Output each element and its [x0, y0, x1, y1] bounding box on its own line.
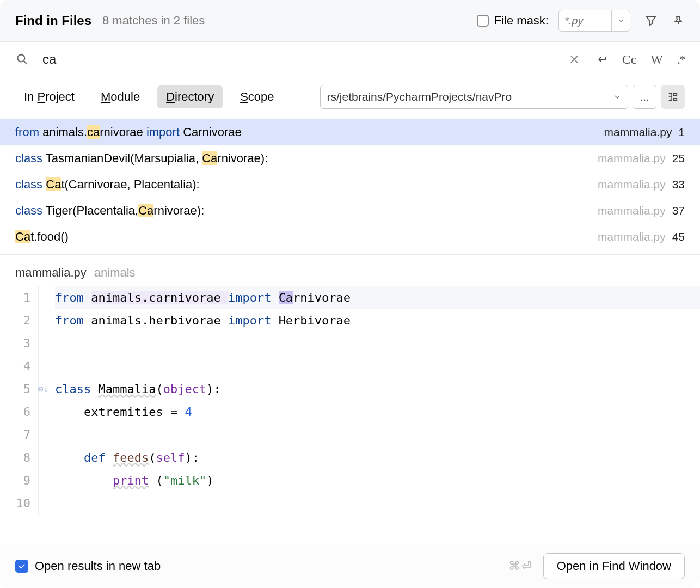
- result-code: from animals.carnivorae import Carnivora…: [15, 125, 604, 139]
- results-list: from animals.carnivorae import Carnivora…: [0, 119, 700, 250]
- file-mask-dropdown[interactable]: [611, 10, 630, 31]
- scope-tab-scope[interactable]: Scope: [231, 85, 283, 108]
- code-line: from animals.herbivorae import Herbivora…: [55, 309, 700, 332]
- dialog-title: Find in Files: [15, 13, 91, 28]
- result-line-number: 25: [669, 152, 685, 164]
- code-line: from animals.carnivorae import Carnivora…: [55, 286, 700, 309]
- line-number: 2: [0, 309, 30, 332]
- code-line: class Mammalia(object):: [55, 378, 700, 401]
- line-number: 9: [0, 469, 30, 492]
- browse-directory-button[interactable]: ...: [633, 85, 656, 109]
- pin-icon[interactable]: [672, 14, 685, 27]
- match-case-toggle[interactable]: Cc: [622, 52, 637, 67]
- scope-tab-directory[interactable]: Directory: [157, 85, 223, 108]
- result-file: mammalia.py: [598, 178, 666, 191]
- override-icon[interactable]: ⎋↓: [38, 378, 48, 401]
- result-code: class Tiger(Placentalia,Carnivorae):: [15, 204, 598, 218]
- code-line: [55, 332, 700, 355]
- keyboard-hint: ⌘⏎: [508, 559, 532, 573]
- result-row[interactable]: class Tiger(Placentalia,Carnivorae):mamm…: [0, 198, 700, 224]
- tree-view-toggle-icon[interactable]: [661, 85, 685, 109]
- result-code: Cat.food(): [15, 230, 598, 244]
- result-file: mammalia.py: [598, 230, 666, 243]
- search-input[interactable]: [42, 52, 568, 67]
- code-line: print ("milk"): [55, 469, 700, 492]
- result-file: mammalia.py: [598, 204, 666, 217]
- result-row[interactable]: Cat.food()mammalia.py 45: [0, 224, 700, 250]
- line-number: 4: [0, 355, 30, 378]
- preview-header: mammalia.py animals: [0, 254, 700, 286]
- line-number: 5⎋↓: [0, 378, 30, 401]
- clear-search-icon[interactable]: [568, 53, 581, 66]
- file-mask-label: File mask:: [494, 14, 549, 28]
- code-line: [55, 492, 700, 515]
- search-icon[interactable]: [15, 52, 29, 66]
- code-line: def feeds(self):: [55, 446, 700, 469]
- directory-path-dropdown[interactable]: [606, 85, 628, 108]
- find-in-files-dialog: Find in Files 8 matches in 2 files File …: [0, 0, 700, 588]
- open-new-tab-group: Open results in new tab: [15, 559, 161, 573]
- file-mask-input[interactable]: [559, 15, 611, 27]
- line-number: 10: [0, 492, 30, 515]
- gutter: 12345⎋↓678910: [0, 286, 38, 515]
- preview-file-name: mammalia.py: [15, 266, 87, 280]
- directory-path-field: [320, 85, 628, 109]
- file-mask-group: File mask:: [477, 10, 630, 32]
- newline-icon[interactable]: [595, 53, 608, 66]
- result-row[interactable]: class Cat(Carnivorae, Placentalia):mamma…: [0, 171, 700, 198]
- open-new-tab-checkbox[interactable]: [15, 560, 28, 573]
- footer: Open results in new tab ⌘⏎ Open in Find …: [0, 544, 700, 588]
- line-number: 3: [0, 332, 30, 355]
- regex-toggle[interactable]: .*: [677, 52, 685, 67]
- scope-tab-project[interactable]: In Project: [15, 85, 83, 108]
- open-new-tab-label: Open results in new tab: [35, 559, 161, 573]
- header: Find in Files 8 matches in 2 files File …: [0, 0, 700, 42]
- open-in-find-window-button[interactable]: Open in Find Window: [543, 553, 685, 579]
- line-number: 1: [0, 286, 30, 309]
- scope-tab-module[interactable]: Module: [92, 85, 149, 108]
- result-row[interactable]: class TasmanianDevil(Marsupialia, Carniv…: [0, 145, 700, 171]
- result-line-number: 45: [669, 230, 685, 243]
- result-line-number: 1: [675, 126, 685, 138]
- code-line: [55, 424, 700, 446]
- whole-word-toggle[interactable]: W: [650, 52, 663, 67]
- preview-package: animals: [94, 266, 136, 280]
- result-code: class Cat(Carnivorae, Placentalia):: [15, 177, 598, 192]
- filter-icon[interactable]: [644, 14, 658, 27]
- match-count: 8 matches in 2 files: [102, 14, 205, 28]
- svg-point-0: [17, 54, 24, 62]
- scope-row: In Project Module Directory Scope ...: [0, 77, 700, 119]
- result-code: class TasmanianDevil(Marsupialia, Carniv…: [15, 151, 598, 166]
- result-line-number: 37: [669, 204, 685, 217]
- scope-tabs: In Project Module Directory Scope: [15, 85, 283, 108]
- line-number: 6: [0, 401, 30, 424]
- line-number: 7: [0, 424, 30, 446]
- search-row: Cc W .*: [0, 42, 700, 77]
- file-mask-input-wrap: [558, 10, 630, 32]
- result-row[interactable]: from animals.carnivorae import Carnivora…: [0, 119, 700, 145]
- code-line: extremities = 4: [55, 401, 700, 424]
- directory-path-input[interactable]: [321, 90, 606, 103]
- line-number: 8: [0, 446, 30, 469]
- result-line-number: 33: [669, 178, 685, 191]
- code-lines: from animals.carnivorae import Carnivora…: [38, 286, 700, 515]
- result-file: mammalia.py: [598, 152, 666, 164]
- file-mask-checkbox[interactable]: [477, 15, 489, 27]
- preview-editor[interactable]: 12345⎋↓678910 from animals.carnivorae im…: [0, 286, 700, 515]
- result-file: mammalia.py: [604, 126, 672, 138]
- code-line: [55, 355, 700, 378]
